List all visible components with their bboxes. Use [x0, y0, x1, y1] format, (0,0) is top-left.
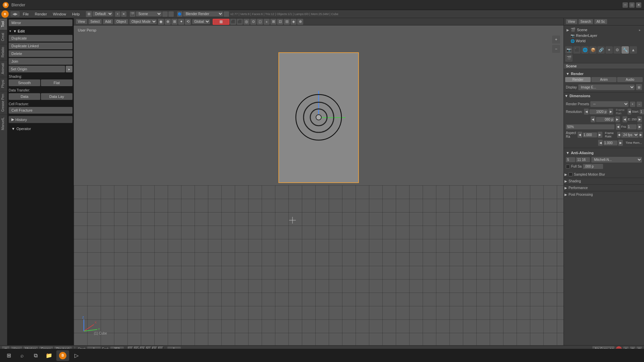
fullsa-checkbox[interactable] [566, 165, 570, 169]
fps-inc[interactable]: ▶ [639, 132, 643, 138]
percent-input[interactable] [566, 124, 614, 129]
fullsa-input[interactable] [583, 164, 603, 169]
tab-animati[interactable]: Animati [0, 60, 7, 77]
res-x-dec[interactable]: ◀ [584, 109, 589, 115]
tab-render[interactable]: Render [565, 77, 591, 82]
data-button[interactable]: Data [9, 93, 40, 100]
scene-item[interactable]: ▶ 🎬 Scene ▸ [565, 27, 643, 33]
data-lay-button[interactable]: Data Lay [41, 93, 72, 100]
vp-icon-j[interactable]: ◈ [290, 19, 297, 25]
layout-selector[interactable]: Default [93, 11, 113, 16]
prop-physics-icon[interactable]: ⚙ [613, 46, 621, 54]
fra-input[interactable] [627, 124, 637, 129]
media-taskbar-btn[interactable]: ▷ [70, 350, 83, 362]
tab-tool[interactable]: Tool [0, 18, 7, 30]
maximize-btn[interactable]: □ [629, 2, 635, 8]
fps-select[interactable]: 24 fps [621, 132, 639, 138]
vp-icon-4[interactable]: ✦ [178, 19, 184, 25]
res-x-input[interactable] [589, 109, 608, 114]
preset-remove-btn[interactable]: − [637, 102, 642, 107]
vp-icon-c[interactable]: ◎ [244, 19, 250, 25]
flat-button[interactable]: Flat [41, 79, 72, 86]
vp-select-btn[interactable]: Select [89, 19, 102, 24]
res-x-inc[interactable]: ▶ [608, 109, 613, 115]
world-item[interactable]: 🌐 World [569, 38, 643, 44]
post-processing-section[interactable]: ▶ Post Processing [564, 191, 644, 198]
scene-selector[interactable]: Scene [136, 11, 162, 16]
menu-render[interactable]: Render [32, 11, 50, 17]
start-frame-input[interactable] [640, 109, 644, 114]
dimensions-section[interactable]: ▼ Dimensions [564, 92, 644, 99]
vp-icon-5[interactable]: ⟲ [185, 19, 191, 25]
res-y-dec[interactable]: ◀ [591, 116, 595, 122]
vp-icon-a[interactable]: ⬛ [230, 19, 236, 25]
prop-object-icon[interactable]: 📦 [589, 46, 597, 54]
vp-icon-d[interactable]: ⊙ [250, 19, 256, 25]
minimize-btn[interactable]: ─ [623, 2, 628, 8]
render-layer-item[interactable]: 📷 RenderLayer [569, 33, 643, 38]
vp-icon-global[interactable]: ◉ [158, 19, 164, 25]
viewport[interactable]: View Select Add Object Object Mode ◉ ⊕ ⊞… [74, 18, 564, 345]
duplicate-button[interactable]: Duplicate [9, 35, 72, 42]
vp-icon-e[interactable]: ◻ [257, 19, 263, 25]
close-btn[interactable]: ✕ [636, 2, 641, 8]
vp-icon-b[interactable]: ⬛ [237, 19, 243, 25]
join-button[interactable]: Join [9, 58, 72, 65]
prop-data-icon[interactable]: ▲ [630, 46, 637, 54]
task-view-btn[interactable]: ⧉ [30, 350, 42, 362]
fra-dec[interactable]: ◀ [616, 124, 621, 130]
display-extra-btn[interactable]: ⊞ [636, 84, 642, 90]
frame-sel-icon[interactable]: ▦ [213, 19, 229, 25]
file-explorer-btn[interactable]: 📁 [43, 350, 55, 362]
vp-object-btn[interactable]: Object [114, 19, 128, 24]
aa-filter-select[interactable]: Mitchell-N... [591, 157, 642, 163]
aa-num1[interactable] [566, 157, 575, 162]
fps-dec[interactable]: ◀ [617, 132, 621, 138]
all-scenes-btn[interactable]: All Sc [594, 19, 607, 24]
menu-window[interactable]: Window [50, 11, 69, 17]
display-select[interactable]: Image E... [578, 84, 635, 90]
mirror-button[interactable]: Mirror [9, 19, 72, 26]
set-origin-button[interactable]: Set Origin [9, 66, 65, 72]
vp-icon-3[interactable]: ⊞ [171, 19, 177, 25]
operator-section[interactable]: ▼ ▼ Operator Operator [9, 125, 72, 132]
start-dec[interactable]: ◀ [628, 109, 631, 115]
tab-creat[interactable]: Creat [0, 30, 7, 44]
shading-section[interactable]: ▶ Shading [564, 178, 644, 184]
vp-icon-2[interactable]: ⊕ [165, 19, 171, 25]
vp-icon-i[interactable]: ⊟ [284, 19, 290, 25]
view-btn[interactable]: View [566, 19, 577, 24]
render-engine-selector[interactable]: Blender Render [183, 11, 223, 16]
tab-relatio[interactable]: Relatio [0, 44, 7, 60]
history-section[interactable]: ▶ ▶ History History [9, 116, 72, 123]
duplicate-linked-button[interactable]: Duplicate Linked [9, 43, 72, 49]
layout-add-icon[interactable]: + [115, 11, 120, 17]
tab-audio[interactable]: Audio [617, 77, 643, 82]
delete-button[interactable]: Delete [9, 50, 72, 57]
vp-icon-h[interactable]: ⊡ [277, 19, 283, 25]
ax-inc[interactable]: ▶ [598, 132, 602, 138]
menu-help[interactable]: Help [69, 11, 83, 17]
ay-inc[interactable]: ▶ [618, 140, 623, 146]
vp-icon-g[interactable]: ⊞ [270, 19, 276, 25]
tab-anim[interactable]: Anim [591, 77, 617, 82]
aspect-y-input[interactable] [603, 140, 618, 145]
end-inc[interactable]: ▶ [637, 116, 642, 122]
zoom-out-icon[interactable]: − [552, 45, 560, 53]
prop-layers-icon[interactable]: ⬛ [573, 46, 581, 54]
prop-modifier-icon[interactable]: 🔧 [622, 46, 629, 54]
motion-blur-checkbox[interactable] [569, 172, 573, 176]
tab-physi[interactable]: Physi [0, 77, 7, 90]
ax-dec[interactable]: ◀ [578, 132, 582, 138]
zoom-in-icon[interactable]: + [552, 36, 560, 44]
end-dec[interactable]: ◀ [623, 116, 627, 122]
tab-grease-pen[interactable]: Grease Pen [0, 91, 7, 114]
res-y-inc[interactable]: ▶ [615, 116, 620, 122]
set-origin-arrow[interactable]: ▸ [66, 66, 72, 72]
blender-taskbar-btn[interactable]: B [56, 350, 69, 361]
aspect-x-input[interactable] [583, 132, 597, 137]
preset-add-btn[interactable]: + [630, 102, 635, 107]
prop-particles-icon[interactable]: ✦ [605, 46, 613, 54]
search-btn[interactable]: Search [579, 19, 593, 24]
windows-start-btn[interactable]: ⊞ [3, 350, 15, 362]
